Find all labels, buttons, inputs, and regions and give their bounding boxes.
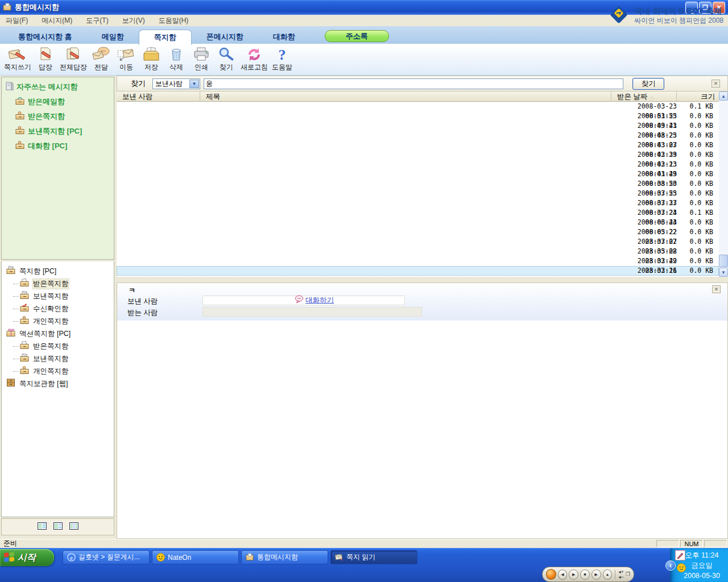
media-stop-icon[interactable]: ■ [580,569,590,580]
toolbar-print-button[interactable]: 인쇄 [189,45,214,72]
tree-item-4[interactable]: 개인쪽지함 [3,315,113,327]
toolbar-help-button[interactable]: ?도움말 [270,45,295,72]
list-item[interactable]: 2008-03-23 00:05:220.0 KB [117,218,719,227]
list-item[interactable]: 2008-03-22 23:32:160.0 KB [117,256,719,266]
tree-item-2[interactable]: 보낸쪽지함 [3,290,113,302]
list-item[interactable]: 2008-03-22 23:35:080.0 KB [117,237,719,247]
volume-icons[interactable]: ◂+◂− [618,569,624,580]
search-input[interactable] [204,78,623,89]
scrollbar-thumb[interactable] [719,255,728,267]
cell-size: 0.0 KB [677,131,715,140]
list-item[interactable]: 2008-03-23 00:37:240.0 KB [117,198,719,208]
favorites-item-2[interactable]: 보낸쪽지함 [PC] [15,126,110,136]
tray-clock[interactable]: 오후 11:24 금요일 2008-05-30 [679,550,725,581]
view-columns-icon[interactable] [69,522,78,531]
media-eject-icon[interactable]: ▲ [603,569,613,580]
menu-item-3[interactable]: 보기(V) [122,16,145,26]
tree-item-3[interactable]: 수신확인함 [3,302,113,315]
toolbar-save-button[interactable]: 저장 [139,45,164,72]
task-button-3[interactable]: 쪽지 읽기 [330,550,417,564]
print-icon [192,46,211,63]
search-submit-button[interactable]: 찾기 [632,78,664,90]
list-item[interactable]: 2008-03-23 00:41:490.0 KB [117,160,719,169]
tree-item-9[interactable]: 쪽지보관함 [웹] [3,377,113,390]
media-player-logo-icon[interactable] [546,569,556,580]
pane-splitter[interactable] [117,277,728,282]
tab-1[interactable]: 메일함 [87,30,139,45]
tab-2[interactable]: 쪽지함 [139,30,192,45]
list-item[interactable]: 2008-03-23 00:48:250.0 KB [117,121,719,131]
tree-item-6[interactable]: 받은쪽지함 [3,340,113,352]
media-play-icon[interactable]: ▶ [569,569,578,580]
cell-date: 2008-03-23 00:42:39 [611,140,677,150]
list-item[interactable]: 2008-03-23 00:38:500.0 KB [117,169,719,179]
chat-link[interactable]: 대화하기 [305,296,334,305]
list-item[interactable]: 2008-03-23 00:37:550.0 KB [117,179,719,189]
view-split-icon[interactable] [38,522,47,531]
cell-subject [200,102,611,111]
media-next-icon[interactable]: ▶ [592,569,601,580]
column-header-from[interactable]: 보낸 사람 [117,92,200,102]
menu-item-2[interactable]: 도구(T) [86,16,108,26]
tab-4[interactable]: 대화함 [258,30,310,45]
list-item[interactable]: 2008-03-21 23:58:330.0 KB [117,266,719,276]
cell-subject [200,256,611,266]
view-horizontal-icon[interactable] [53,522,63,531]
list-item[interactable]: 2008-03-23 00:37:370.0 KB [117,189,719,198]
tree-item-5[interactable]: 액션쪽지함 [PC] [3,327,113,340]
search-close-icon[interactable]: ✕ [712,80,720,88]
cell-size: 0.0 KB [677,111,715,121]
menu-item-4[interactable]: 도움말(H) [159,16,189,26]
toolbar-delete-button[interactable]: 삭제 [164,45,189,72]
menu-item-1[interactable]: 메시지(M) [42,16,72,26]
toolbar-write-button[interactable]: 쪽지쓰기 [2,45,33,72]
toolbar-move-button[interactable]: 이동 [114,45,139,72]
tree-item-0[interactable]: 쪽지함 [PC] [3,265,113,277]
list-item[interactable]: 2008-03-23 00:42:390.0 KB [117,140,719,150]
list-item[interactable]: 2008-03-23 00:43:070.0 KB [117,131,719,140]
toolbar-refresh-button[interactable]: 새로고침 [239,45,270,72]
list-item[interactable]: 2008-03-23 00:42:130.0 KB [117,150,719,160]
column-header-date[interactable]: 받은 날짜△ [611,92,677,102]
cell-size: 0.0 KB [677,189,715,198]
favorites-item-1[interactable]: 받은쪽지함 [15,111,110,122]
media-prev-icon[interactable]: ◀ [558,569,568,580]
favorites-item-0[interactable]: 받은메일함 [15,97,110,107]
deskband-restore-icon[interactable]: ❐ [626,572,630,577]
column-header-subject[interactable]: 제목 [200,92,611,102]
tree-item-8[interactable]: 개인쪽지함 [3,365,113,377]
list-item[interactable]: 2008-03-22 23:32:490.0 KB [117,247,719,256]
column-header-size[interactable]: 크기 [677,92,718,102]
list-item[interactable]: 2008-03-22 23:37:070.0 KB [117,227,719,237]
start-button[interactable]: 시작 [0,549,54,566]
toolbar-reply-button[interactable]: 답장 [33,45,58,72]
status-pane-1 [656,540,679,547]
scroll-down-icon[interactable]: ▼ [719,268,728,277]
task-button-0[interactable]: e길호넷 > 질문게시... [63,550,150,564]
chevron-down-icon[interactable]: ▼ [189,80,199,88]
task-button-2[interactable]: 통합메시지함 [241,550,328,564]
toolbar-forward-button[interactable]: 전달 [89,45,114,72]
menu-item-0[interactable]: 파일(F) [6,16,28,26]
list-item[interactable]: 2008-03-23 00:51:550.1 KB [117,102,719,111]
taskbar: 시작 e길호넷 > 질문게시...NateOn통합메시지함쪽지 읽기 ◀ ▶ ■… [0,548,728,582]
toolbar-find-button[interactable]: 찾기 [214,45,239,72]
favorites-item-3[interactable]: 대화함 [PC] [15,141,110,151]
tree-item-7[interactable]: 보낸쪽지함 [3,352,113,365]
tab-3[interactable]: 폰메시지함 [192,30,258,45]
list-scrollbar[interactable]: ▲ ▼ [719,92,728,277]
list-item[interactable]: 2008-03-23 00:06:440.1 KB [117,208,719,218]
task-button-1[interactable]: NateOn [152,550,239,564]
ad-banner[interactable]: 국내 최대의 B BOY 축제 싸이언 비보이 챔피언쉽 2008 [608,4,723,27]
tray-collapse-icon[interactable]: ‹ [665,560,676,571]
toolbar-replyall-button[interactable]: 전체답장 [58,45,89,72]
folder-tree: 쪽지함 [PC]받은쪽지함보낸쪽지함수신확인함개인쪽지함액션쪽지함 [PC]받은… [1,261,114,517]
nateon-icon [156,553,165,562]
tree-item-1[interactable]: 받은쪽지함 [3,277,113,290]
tab-0[interactable]: 통합메시지함 홈 [3,30,87,45]
list-item[interactable]: 2008-03-23 00:49:410.0 KB [117,111,719,121]
addressbook-button[interactable]: 주소록 [325,30,389,42]
reader-close-icon[interactable]: ✕ [712,285,721,293]
scroll-up-icon[interactable]: ▲ [719,92,728,101]
search-field-select[interactable]: 보낸사람 ▼ [152,78,200,89]
